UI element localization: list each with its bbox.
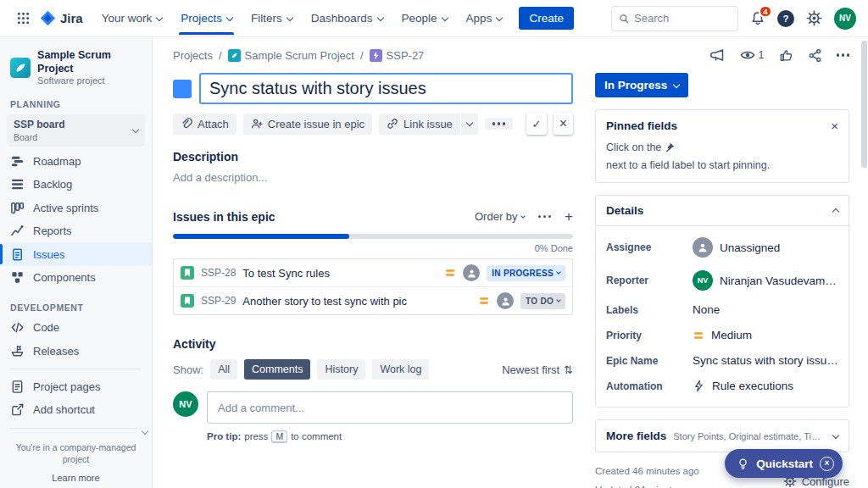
notification-badge: 4 [759,5,772,18]
sort-icon: ⇅ [564,363,573,376]
quickstart-close-button[interactable]: × [820,457,834,471]
epic-progress-bar [173,234,573,239]
field-reporter: Reporter NV Niranjan Vasudevamurthy [606,270,838,291]
create-issue-in-epic-button[interactable]: Create issue in epic [243,114,372,135]
epic-color-swatch[interactable] [173,80,192,98]
add-issue-to-epic-button[interactable]: + [565,209,573,224]
sidebar-item-add-shortcut[interactable]: Add shortcut [0,398,152,421]
search-input[interactable] [634,12,731,25]
filter-all[interactable]: All [210,359,237,380]
field-automation: Automation Rule executions [606,380,838,392]
comment-input[interactable] [207,391,573,424]
more-fields-card[interactable]: More fields Story Points, Original estim… [595,419,849,452]
project-mini-icon [228,49,241,62]
board-switcher[interactable]: SSP board Board [7,114,145,147]
nav-apps[interactable]: Apps [458,0,511,36]
epic-issue-row[interactable]: SSP-29 Another story to test sync with p… [174,286,572,314]
divider [10,369,142,369]
sidebar-item-releases[interactable]: Releases [0,340,152,363]
eye-icon [740,47,755,63]
breadcrumb-issue-key[interactable]: SSP-27 [370,49,425,62]
sidebar-item-roadmap[interactable]: Roadmap [0,150,152,173]
nav-projects[interactable]: Projects [172,0,241,36]
sidebar-item-issues[interactable]: Issues [0,242,152,265]
issue-summary[interactable]: Another story to test sync with pic [242,295,471,308]
epic-issue-row[interactable]: SSP-28 To test Sync rules IN PROGRESS [174,259,572,286]
assignee-avatar[interactable] [463,264,480,281]
description-placeholder[interactable]: Add a description... [173,171,573,184]
story-icon [181,294,194,308]
quickstart-button[interactable]: Quickstart × [725,449,843,478]
status-dropdown[interactable]: TO DO [520,293,565,309]
show-label: Show: [173,363,203,376]
issue-key[interactable]: SSP-28 [201,267,236,279]
project-header[interactable]: Sample Scrum Project Software project [0,49,152,86]
watch-button[interactable]: 1 [740,47,765,63]
scrollbar-thumb[interactable] [861,41,867,168]
project-avatar [10,57,31,79]
field-epic-name: Epic Name Sync status with story issues [606,354,838,367]
epic-panel-more-button[interactable] [538,215,552,219]
settings-gear-icon[interactable] [806,10,822,26]
status-dropdown-button[interactable]: In Progress [595,73,688,97]
assignee-avatar[interactable] [497,292,514,309]
sidebar-item-active-sprints[interactable]: Active sprints [0,197,152,219]
jira-logo[interactable]: Jira [40,10,83,26]
link-issue-split-button: Link issue [379,114,478,135]
notifications-button[interactable]: 4 [750,11,765,26]
nav-your-work[interactable]: Your work [93,0,171,36]
pinned-fields-card: Pinned fields × Click on the next to a f… [595,109,849,183]
nav-people[interactable]: People [393,0,456,36]
filter-comments[interactable]: Comments [244,359,310,380]
breadcrumb-project[interactable]: Sample Scrum Project [228,49,354,62]
close-pinned-fields-button[interactable]: × [831,119,838,132]
link-icon [387,118,398,130]
reports-icon [10,224,25,238]
top-navbar: Jira Your work Projects Filters Dashboar… [0,0,868,37]
epic-panel-title: Issues in this epic [173,210,275,224]
filter-worklog[interactable]: Work log [372,359,429,380]
activity-title: Activity [173,337,573,351]
sort-order-button[interactable]: Newest first ⇅ [502,363,573,376]
issue-header-actions: 1 [710,47,849,63]
search-icon [619,13,629,25]
nav-filters[interactable]: Filters [242,0,301,36]
learn-more-link[interactable]: Learn more [0,468,152,488]
order-by-dropdown[interactable]: Order by [475,210,525,223]
help-button[interactable]: ? [777,10,794,27]
attach-button[interactable]: Attach [173,114,236,135]
filter-history[interactable]: History [317,359,365,380]
issue-key[interactable]: SSP-29 [201,295,236,307]
epic-done-label: 0% Done [173,243,573,253]
share-icon [808,48,822,63]
more-actions-button[interactable] [837,53,850,57]
sidebar-item-backlog[interactable]: Backlog [0,173,152,196]
link-issue-button[interactable]: Link issue [379,114,460,135]
sidebar-item-reports[interactable]: Reports [0,219,152,242]
issue-title-input[interactable] [199,73,573,104]
breadcrumb-projects[interactable]: Projects [173,49,213,62]
sidebar-item-code[interactable]: Code [0,316,152,339]
create-button[interactable]: Create [519,7,574,30]
status-dropdown[interactable]: IN PROGRESS [487,265,565,281]
global-search[interactable] [611,6,738,31]
details-card-header[interactable]: Details [596,196,849,226]
sidebar-item-components[interactable]: Components [0,266,152,289]
sidebar-item-project-pages[interactable]: Project pages [0,375,152,398]
vote-button[interactable] [779,48,793,63]
app-switcher-icon[interactable] [12,7,35,30]
link-issue-dropdown[interactable] [461,114,478,135]
feedback-button[interactable] [710,47,726,63]
share-button[interactable] [808,48,822,63]
updated-timestamp: Updated 24 minutes ago [595,481,701,488]
user-avatar[interactable]: NV [834,8,856,30]
cancel-title-button[interactable]: × [554,113,573,135]
comment-pro-tip: Pro tip: press M to comment [207,430,573,442]
page-scrollbar[interactable] [861,41,867,485]
nav-dashboards[interactable]: Dashboards [303,0,392,36]
pinned-fields-help-text: Click on the next to a field label to st… [606,140,838,173]
releases-icon [10,344,25,358]
toolbar-more-button[interactable] [485,118,514,130]
issue-summary[interactable]: To test Sync rules [242,267,437,280]
confirm-title-button[interactable]: ✓ [526,113,546,135]
